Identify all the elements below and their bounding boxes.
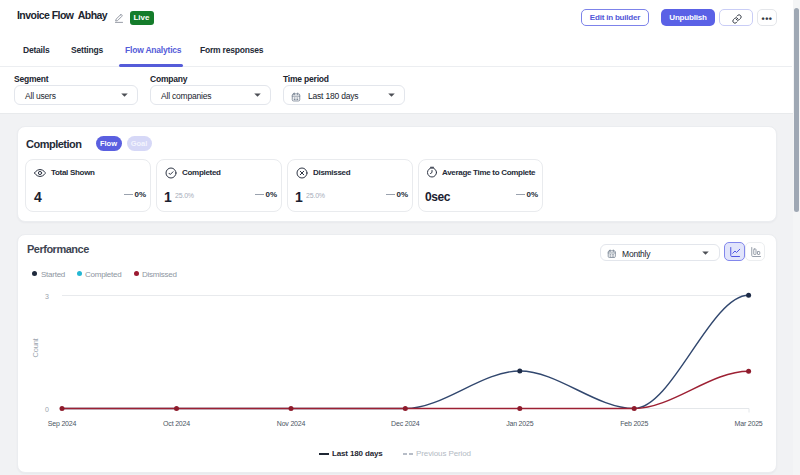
svg-text:Sep 2024: Sep 2024	[48, 420, 77, 428]
svg-text:Dec 2024: Dec 2024	[391, 420, 420, 427]
svg-text:Jan 2025: Jan 2025	[506, 420, 534, 427]
svg-text:Count: Count	[31, 337, 40, 357]
svg-text:Nov 2024: Nov 2024	[277, 420, 306, 427]
svg-text:Feb 2025: Feb 2025	[620, 420, 648, 427]
svg-text:3: 3	[45, 293, 49, 300]
svg-text:Oct 2024: Oct 2024	[163, 420, 190, 427]
svg-text:0: 0	[45, 406, 49, 413]
svg-text:Mar 2025: Mar 2025	[735, 420, 763, 427]
